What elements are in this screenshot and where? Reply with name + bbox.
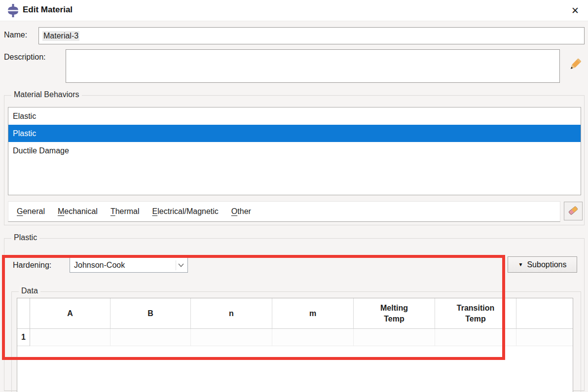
behavior-item-ductile-damage[interactable]: Ductile Damage — [8, 142, 581, 159]
table-cell[interactable] — [354, 329, 435, 346]
hardening-dropdown[interactable]: Johnson-Cook — [70, 257, 188, 273]
column-header-b: B — [110, 298, 191, 328]
material-behaviors-group-label: Material Behaviors — [11, 90, 82, 99]
column-header-n: n — [191, 298, 272, 328]
column-header-m: m — [272, 298, 354, 328]
title-bar: Edit Material ✕ — [0, 0, 588, 21]
behavior-item-plastic[interactable]: Plastic — [8, 125, 581, 142]
menu-item-electrical-magnetic[interactable]: Electrical/Magnetic — [146, 207, 225, 216]
behavior-item-elastic[interactable]: Elastic — [8, 107, 581, 125]
table-row: 1 — [17, 329, 573, 346]
suboptions-button[interactable]: ▼ Suboptions — [508, 256, 577, 273]
column-header-a: A — [30, 298, 110, 328]
plastic-data-table[interactable]: ABnmMelting TempTransition Temp 1 — [17, 298, 573, 392]
hardening-label: Hardening: — [13, 261, 51, 270]
menu-item-mechanical[interactable]: Mechanical — [51, 207, 104, 216]
table-header-row: ABnmMelting TempTransition Temp — [17, 298, 573, 329]
delete-behavior-button[interactable] — [564, 202, 583, 220]
edit-description-button[interactable] — [563, 52, 586, 78]
name-label: Name: — [4, 31, 27, 39]
menu-item-general[interactable]: General — [10, 207, 51, 216]
triangle-down-icon: ▼ — [518, 262, 523, 267]
table-cell[interactable] — [110, 329, 191, 346]
plastic-group: Plastic Hardening: Johnson-Cook ▼ Subopt… — [4, 238, 585, 391]
material-behaviors-group: Material Behaviors ElasticPlasticDuctile… — [4, 95, 585, 225]
data-group: Data ABnmMelting TempTransition Temp 1 — [11, 291, 581, 392]
material-behaviors-list: ElasticPlasticDuctile Damage — [8, 107, 581, 195]
behavior-menu-bar: GeneralMechanicalThermalElectrical/Magne… — [8, 201, 560, 222]
chevron-down-icon — [176, 260, 185, 270]
eraser-icon — [567, 204, 580, 218]
column-header-transition: Transition Temp — [435, 298, 516, 328]
row-number: 1 — [17, 329, 30, 346]
table-cell-filler — [516, 329, 573, 346]
menu-item-thermal[interactable]: Thermal — [104, 207, 146, 216]
description-input[interactable] — [66, 49, 560, 83]
table-cell[interactable] — [30, 329, 110, 346]
hardening-selected-value: Johnson-Cook — [74, 261, 125, 270]
column-header-melting: Melting Temp — [354, 298, 435, 328]
table-corner-cell — [17, 298, 30, 328]
table-cell[interactable] — [435, 329, 516, 346]
window-title: Edit Material — [23, 5, 73, 15]
plastic-group-label: Plastic — [11, 233, 39, 242]
data-group-label: Data — [19, 286, 40, 295]
column-header-filler — [516, 298, 573, 328]
suboptions-label: Suboptions — [527, 260, 566, 269]
menu-item-other[interactable]: Other — [225, 207, 257, 216]
table-cell[interactable] — [272, 329, 354, 346]
name-value: Material-3 — [42, 31, 79, 41]
pencil-icon — [566, 56, 584, 75]
material-spool-icon — [6, 4, 20, 17]
table-cell[interactable] — [191, 329, 272, 346]
description-label: Description: — [4, 53, 45, 62]
close-icon[interactable]: ✕ — [565, 2, 585, 19]
name-input[interactable]: Material-3 — [38, 27, 585, 44]
